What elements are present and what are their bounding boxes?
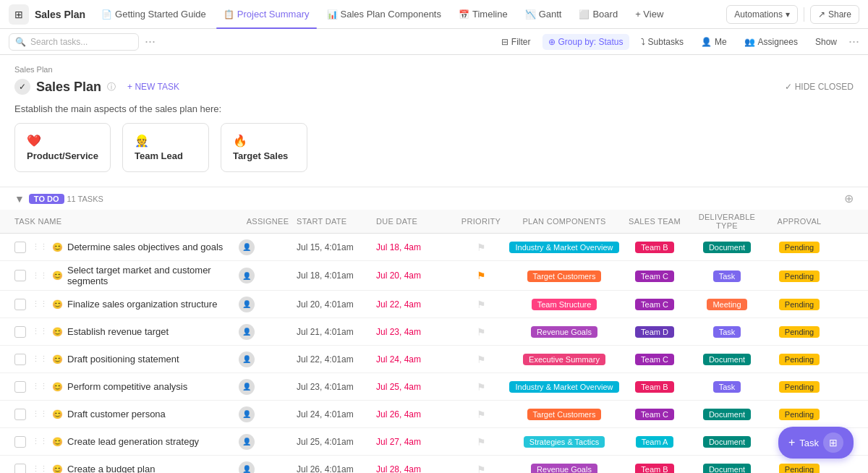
view-btn[interactable]: + View — [628, 6, 671, 22]
task-priority[interactable]: ⚑ — [456, 354, 506, 365]
tab-label-getting-started: Getting Started Guide — [115, 9, 206, 20]
toolbar-more-icon[interactable]: ··· — [848, 34, 859, 49]
task-plan-component: Industry & Market Overview — [506, 381, 622, 392]
tab-sales-plan-components[interactable]: 📊 Sales Plan Components — [320, 6, 448, 22]
task-checkbox[interactable] — [14, 436, 26, 448]
task-priority[interactable]: ⚑ — [456, 299, 506, 310]
subtasks-button[interactable]: ⤵ Subtasks — [635, 34, 689, 50]
task-row[interactable]: ⋮⋮ 😊 Finalize sales organization structu… — [0, 291, 868, 318]
tab-timeline[interactable]: 📅 Timeline — [451, 6, 515, 22]
me-button[interactable]: 👤 Me — [695, 34, 733, 50]
top-nav: ⊞ Sales Plan 📄 Getting Started Guide 📋 P… — [0, 0, 868, 29]
tab-project-summary[interactable]: 📋 Project Summary — [216, 6, 317, 22]
task-checkbox[interactable] — [14, 299, 26, 310]
drag-handle-icon[interactable]: ⋮⋮ — [32, 409, 48, 419]
page-description: Establish the main aspects of the sales … — [0, 101, 868, 123]
task-priority[interactable]: ⚑ — [456, 436, 506, 448]
task-name-text: Establish revenue target — [67, 326, 169, 337]
hide-closed-button[interactable]: ✓ HIDE CLOSED — [785, 82, 854, 92]
filter-button[interactable]: ⊟ Filter — [495, 34, 537, 50]
drag-handle-icon[interactable]: ⋮⋮ — [32, 354, 48, 364]
task-priority[interactable]: ⚑ — [456, 409, 506, 420]
task-deliverable-type: Document — [687, 409, 767, 419]
card-label-1: Team Lead — [135, 150, 197, 161]
task-approval: Pending — [767, 242, 832, 252]
group-by-button[interactable]: ⊕ Group by: Status — [542, 34, 629, 50]
col-header-plan: PLAN COMPONENTS — [506, 217, 622, 226]
task-checkbox[interactable] — [14, 326, 26, 338]
task-row[interactable]: ⋮⋮ 😊 Draft customer persona 👤 Jul 24, 4:… — [0, 401, 868, 428]
drag-handle-icon[interactable]: ⋮⋮ — [32, 271, 48, 281]
task-row[interactable]: ⋮⋮ 😊 Select target market and customer s… — [0, 261, 868, 291]
task-checkbox[interactable] — [14, 354, 26, 365]
task-due-date: Jul 27, 4am — [376, 437, 456, 447]
drag-handle-icon[interactable]: ⋮⋮ — [32, 242, 48, 252]
show-button[interactable]: Show — [809, 34, 843, 50]
group-header[interactable]: ▼ TO DO 11 TASKS ⊕ — [0, 187, 868, 210]
task-name-text: Perform competitive analysis — [67, 381, 187, 392]
task-assignee: 👤 — [239, 239, 297, 255]
task-row[interactable]: ⋮⋮ 😊 Establish revenue target 👤 Jul 21, … — [0, 318, 868, 346]
task-row[interactable]: ⋮⋮ 😊 Create lead generation strategy 👤 J… — [0, 428, 868, 456]
plan-tag: Strategies & Tactics — [524, 436, 605, 448]
drag-handle-icon[interactable]: ⋮⋮ — [32, 382, 48, 391]
task-name-text: Create lead generation strategy — [67, 436, 199, 447]
col-header-start: START DATE — [297, 217, 376, 226]
task-row[interactable]: ⋮⋮ 😊 Determine sales objectives and goal… — [0, 234, 868, 261]
info-icon[interactable]: ⓘ — [107, 81, 116, 93]
add-column-icon[interactable]: ⊕ — [844, 192, 854, 205]
share-button[interactable]: ↗ Share — [810, 5, 859, 24]
drag-handle-icon[interactable]: ⋮⋮ — [32, 437, 48, 446]
task-assignee: 👤 — [239, 406, 297, 422]
task-priority[interactable]: ⚑ — [456, 464, 506, 474]
float-btn-dots[interactable]: ⊞ — [823, 432, 843, 453]
float-task-label: Task — [799, 438, 819, 448]
plan-tag: Revenue Goals — [531, 464, 597, 473]
drag-handle-icon[interactable]: ⋮⋮ — [32, 327, 48, 336]
assignees-button[interactable]: 👥 Assignees — [739, 34, 804, 50]
task-due-date: Jul 25, 4am — [376, 382, 456, 392]
more-options-icon[interactable]: ··· — [145, 34, 156, 49]
group-toggle-icon[interactable]: ▼ — [14, 193, 25, 205]
team-tag: Team A — [636, 436, 674, 448]
task-checkbox[interactable] — [14, 464, 26, 474]
tab-getting-started[interactable]: 📄 Getting Started Guide — [94, 6, 213, 22]
approval-tag: Pending — [779, 464, 820, 473]
task-name: ⋮⋮ 😊 Select target market and customer s… — [32, 265, 239, 286]
tab-gantt[interactable]: 📉 Gantt — [518, 6, 569, 22]
task-row[interactable]: ⋮⋮ 😊 Draft positioning statement 👤 Jul 2… — [0, 346, 868, 373]
task-name: ⋮⋮ 😊 Finalize sales organization structu… — [32, 299, 239, 310]
task-row[interactable]: ⋮⋮ 😊 Perform competitive analysis 👤 Jul … — [0, 373, 868, 401]
drag-handle-icon[interactable]: ⋮⋮ — [32, 464, 48, 473]
task-priority[interactable]: ⚑ — [456, 326, 506, 338]
drag-handle-icon[interactable]: ⋮⋮ — [32, 299, 48, 309]
task-plan-component: Team Structure — [506, 299, 622, 310]
float-task-button[interactable]: + Task ⊞ — [778, 427, 854, 459]
priority-flag-icon: ⚑ — [477, 381, 486, 393]
tab-board[interactable]: ⬜ Board — [571, 6, 625, 22]
task-name: ⋮⋮ 😊 Create lead generation strategy — [32, 436, 239, 447]
priority-flag-icon: ⚑ — [477, 354, 486, 365]
task-checkbox[interactable] — [14, 409, 26, 420]
new-task-button[interactable]: + NEW TASK — [122, 80, 185, 94]
task-deliverable-type: Document — [687, 464, 767, 473]
task-deliverable-type: Task — [687, 381, 767, 392]
automations-button[interactable]: Automations ▾ — [726, 5, 798, 24]
task-priority[interactable]: ⚑ — [456, 381, 506, 393]
share-icon: ↗ — [818, 9, 825, 20]
task-checkbox[interactable] — [14, 242, 26, 253]
task-assignee: 👤 — [239, 324, 297, 340]
task-row[interactable]: ⋮⋮ 😊 Create a budget plan 👤 Jul 26, 4:01… — [0, 456, 868, 473]
deliverable-tag: Task — [713, 270, 741, 282]
task-due-date: Jul 18, 4am — [376, 242, 456, 252]
task-checkbox[interactable] — [14, 381, 26, 393]
tab-label-project-summary: Project Summary — [237, 9, 310, 20]
card-target-sales: 🔥 Target Sales — [221, 123, 307, 172]
task-due-date: Jul 20, 4am — [376, 270, 456, 281]
task-approval: Pending — [767, 409, 832, 419]
task-priority[interactable]: ⚑ — [456, 242, 506, 253]
tab-label-board: Board — [592, 9, 618, 20]
task-checkbox[interactable] — [14, 270, 26, 281]
task-priority[interactable]: ⚑ — [456, 270, 506, 281]
search-box[interactable]: 🔍 Search tasks... — [9, 33, 139, 51]
